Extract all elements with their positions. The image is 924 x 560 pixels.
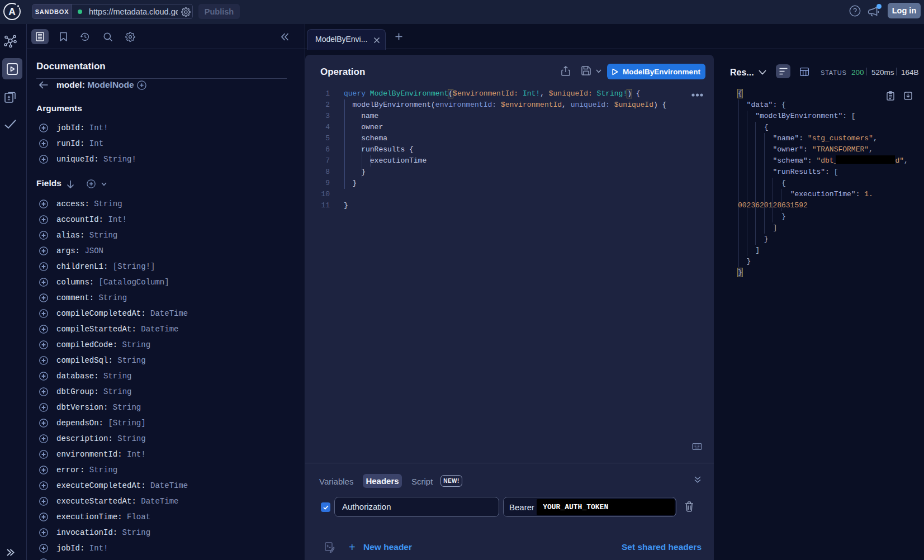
- svg-text:A: A: [8, 6, 16, 17]
